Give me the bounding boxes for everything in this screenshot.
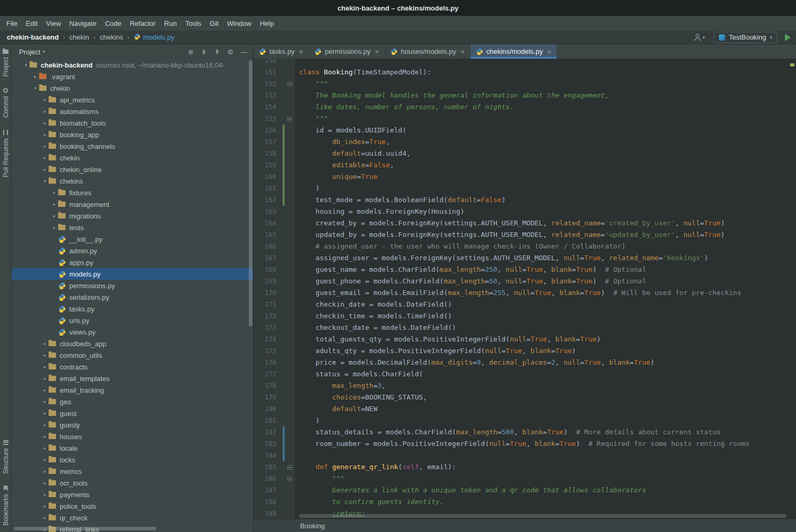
chevron-down-icon[interactable]: ▾ — [22, 62, 30, 68]
code-line-text[interactable]: def generate_qr_link(self, email): — [295, 461, 456, 473]
code-line-text[interactable]: ) — [295, 415, 320, 426]
code-line-text[interactable]: editable=False, — [295, 159, 394, 171]
code-line-text[interactable]: created_by = models.ForeignKey(settings.… — [295, 217, 725, 229]
code-line-text[interactable]: guest_email = models.EmailField(max_leng… — [295, 287, 742, 299]
line-number[interactable]: 176 — [254, 357, 283, 368]
tree-item-email-tracking[interactable]: ▸email_tracking — [12, 384, 253, 396]
code-line-text[interactable]: test_mode = models.BooleanField(default=… — [295, 194, 505, 206]
code-line-text[interactable]: to confirm guests identity. — [295, 496, 444, 508]
line-number[interactable]: 175 — [254, 345, 283, 357]
menu-item-code[interactable]: Code — [101, 17, 126, 30]
editor-tab-houses-models-py[interactable]: houses/models.py× — [385, 44, 471, 59]
code-line-text[interactable]: housing = models.ForeignKey(Housing) — [295, 206, 464, 217]
chevron-right-icon[interactable]: ▸ — [41, 434, 49, 439]
tree-item-guest[interactable]: ▸guest — [12, 407, 253, 419]
chevron-right-icon[interactable]: ▸ — [51, 225, 58, 230]
code-line-text[interactable]: total_guests_qty = models.PositiveIntege… — [295, 334, 601, 345]
line-number[interactable]: 155 — [254, 113, 283, 125]
line-number[interactable]: 169 — [254, 276, 283, 287]
tree-item-permissions-py[interactable]: permissions.py — [12, 280, 253, 291]
chevron-right-icon[interactable]: ▸ — [41, 492, 49, 497]
tree-item-fixtures[interactable]: ▸fixtures — [12, 187, 253, 198]
user-account-button[interactable]: ▾ — [694, 34, 705, 41]
code-line-text[interactable]: status = models.CharField( — [295, 368, 423, 380]
code-line-text[interactable]: default=uuid.uuid4, — [295, 148, 410, 159]
line-number[interactable]: 153 — [254, 90, 283, 101]
editor-breadcrumb-item[interactable]: Booking — [300, 522, 325, 530]
menu-item-help[interactable]: Help — [256, 17, 278, 30]
breadcrumb-item-models-py[interactable]: models.py — [132, 33, 176, 42]
line-number[interactable]: 173 — [254, 322, 283, 334]
tree-item-tests[interactable]: ▸tests — [12, 222, 253, 233]
line-number[interactable]: 154 — [254, 101, 283, 113]
chevron-down-icon[interactable]: ▾ — [41, 178, 49, 184]
line-number[interactable]: 177 — [254, 368, 283, 380]
tree-item-locale[interactable]: ▸locale — [12, 442, 253, 454]
tool-stripe-button-commit[interactable]: Commit — [2, 88, 10, 118]
breadcrumb-item-chekin-backend[interactable]: chekin-backend — [5, 33, 60, 42]
code-line-text[interactable]: adults_qty = models.PositiveIntegerField… — [295, 345, 576, 357]
code-line-text[interactable]: checkin_date = models.DateField() — [295, 299, 452, 310]
code-line-text[interactable]: """ — [295, 113, 328, 125]
close-tab-icon[interactable]: × — [547, 48, 551, 56]
tree-item-urls-py[interactable]: urls.py — [12, 315, 253, 326]
line-number[interactable]: 159 — [254, 159, 283, 171]
tree-item-guesty[interactable]: ▸guesty — [12, 419, 253, 431]
menu-item-edit[interactable]: Edit — [22, 17, 42, 30]
tool-stripe-button-project[interactable]: Project — [2, 50, 10, 77]
tree-item-payments[interactable]: ▸payments — [12, 489, 253, 500]
tree-item-admin-py[interactable]: admin.py — [12, 245, 253, 256]
code-line-text[interactable]: updated_by = models.ForeignKey(settings.… — [295, 229, 725, 241]
code-line-text[interactable]: ) — [295, 183, 320, 194]
menu-item-run[interactable]: Run — [160, 17, 181, 30]
tree-item-api-metrics[interactable]: ▸api_metrics — [12, 94, 253, 106]
chevron-right-icon[interactable]: ▸ — [41, 457, 49, 462]
tree-item-houses[interactable]: ▸houses — [12, 431, 253, 442]
tool-stripe-button-structure[interactable]: Structure — [2, 440, 10, 474]
menu-item-view[interactable]: View — [42, 17, 65, 30]
line-number[interactable]: 168 — [254, 264, 283, 276]
code-line-text[interactable]: db_index=True, — [295, 136, 390, 148]
fold-marker-icon[interactable] — [287, 477, 292, 481]
tree-item-chekin-backend[interactable]: ▾chekin-backendsources root, ~/mariano-b… — [12, 59, 253, 71]
tree-item-police-tools[interactable]: ▸police_tools — [12, 500, 253, 512]
menu-item-window[interactable]: Window — [223, 17, 256, 30]
tree-item-geo[interactable]: ▸geo — [12, 396, 253, 407]
inspection-status-icon[interactable] — [790, 63, 794, 66]
chevron-right-icon[interactable]: ▸ — [41, 469, 49, 474]
line-number[interactable]: 156 — [254, 125, 283, 136]
code-line-text[interactable]: default=NEW — [295, 403, 378, 415]
chevron-right-icon[interactable]: ▸ — [41, 144, 49, 149]
line-number[interactable]: 186 — [254, 473, 283, 484]
chevron-right-icon[interactable]: ▸ — [41, 515, 49, 520]
chevron-right-icon[interactable]: ▸ — [41, 399, 49, 404]
tree-item-init-py[interactable]: __init__.py — [12, 233, 253, 245]
menu-item-git[interactable]: Git — [205, 17, 223, 30]
code-line-text[interactable]: The Booking model handles the general in… — [295, 90, 609, 101]
close-tab-icon[interactable]: × — [375, 48, 379, 56]
line-number[interactable]: 163 — [254, 206, 283, 217]
line-number[interactable]: 184 — [254, 450, 283, 461]
run-configuration-select[interactable]: TestBooking ▾ — [714, 32, 778, 43]
code-line-text[interactable]: price = models.DecimalField(max_digits=9… — [295, 357, 654, 368]
chevron-right-icon[interactable]: ▸ — [41, 504, 49, 509]
code-line-text[interactable]: room_number = models.PositiveIntegerFiel… — [295, 438, 750, 450]
menu-item-file[interactable]: File — [2, 17, 22, 30]
code-line-text[interactable]: checkout_date = models.DateField() — [295, 322, 456, 334]
code-line-text[interactable]: choices=BOOKING_STATUS, — [295, 392, 427, 403]
chevron-right-icon[interactable]: ▸ — [32, 74, 39, 79]
chevron-right-icon[interactable]: ▸ — [41, 341, 49, 346]
chevron-right-icon[interactable]: ▸ — [41, 422, 49, 428]
line-number[interactable]: 182 — [254, 426, 283, 438]
chevron-right-icon[interactable]: ▸ — [51, 213, 58, 218]
code-line-text[interactable]: guest_name = models.CharField(max_length… — [295, 264, 647, 276]
code-line-text[interactable]: class Booking(TimeStampedModel): — [295, 66, 431, 78]
tree-item-chekin[interactable]: ▾chekin — [12, 82, 253, 94]
fold-marker-icon[interactable] — [287, 82, 292, 87]
line-number[interactable]: 188 — [254, 496, 283, 508]
tool-stripe-button-bookmarks[interactable]: Bookmarks — [2, 486, 10, 526]
line-number[interactable]: 150 — [254, 59, 283, 66]
tool-stripe-button-pull-requests[interactable]: Pull Requests — [2, 130, 10, 177]
line-number[interactable]: 158 — [254, 148, 283, 159]
editor-horizontal-scrollbar[interactable] — [299, 514, 786, 518]
